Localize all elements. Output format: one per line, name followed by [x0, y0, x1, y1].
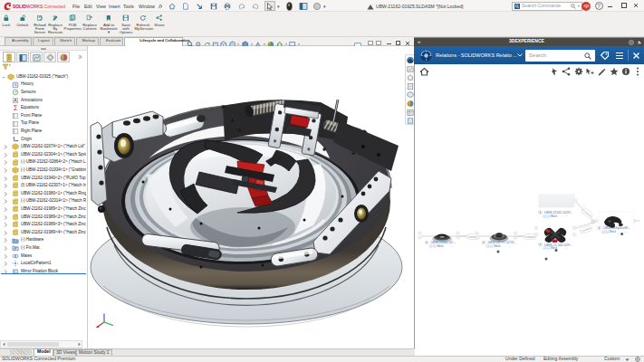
- svg-text:...: ...: [624, 230, 627, 233]
- svg-text:(-) (-) Work: (-) (-) Work: [543, 214, 558, 218]
- svg-text:Contains: Contains: [524, 235, 535, 239]
- svg-text:...: ...: [509, 244, 512, 248]
- svg-text:...: ...: [452, 244, 455, 248]
- svg-text:...: ...: [565, 246, 568, 250]
- svg-text:(-) (-) Work: (-) (-) Work: [486, 244, 501, 248]
- svg-text:...: ...: [565, 214, 568, 217]
- svg-text:(-) (-) Work: (-) (-) Work: [602, 230, 617, 233]
- svg-text:(-) (-) Work: (-) (-) Work: [429, 244, 444, 248]
